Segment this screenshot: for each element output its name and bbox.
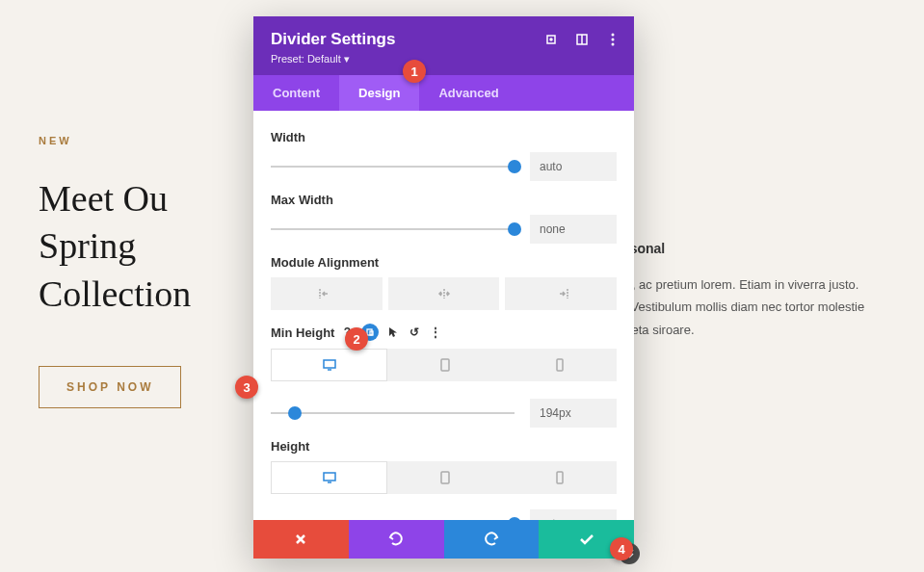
device-phone-tab[interactable]	[502, 349, 617, 381]
slider-thumb[interactable]	[508, 222, 521, 236]
minheight-device-tabs	[271, 349, 617, 381]
maxwidth-input[interactable]	[530, 215, 617, 244]
modal-footer	[253, 520, 634, 559]
width-slider-row	[271, 152, 617, 181]
svg-rect-12	[324, 360, 335, 368]
redo-button[interactable]	[444, 520, 540, 559]
device-phone-tab[interactable]	[502, 461, 617, 494]
kebab-menu-icon[interactable]	[605, 32, 620, 47]
minheight-slider-row	[271, 399, 617, 428]
slider-thumb[interactable]	[508, 160, 521, 173]
minheight-slider[interactable]	[271, 412, 515, 414]
slider-thumb[interactable]	[288, 406, 302, 420]
height-label: Height	[271, 439, 617, 454]
tab-advanced[interactable]: Advanced	[419, 75, 517, 111]
preset-dropdown[interactable]: Preset: Default ▾	[271, 53, 617, 65]
alignment-row	[271, 277, 617, 310]
callout-2: 2	[345, 327, 368, 351]
width-label: Width	[271, 130, 617, 144]
minheight-input[interactable]	[530, 399, 617, 428]
height-device-tabs	[271, 461, 617, 494]
svg-point-6	[612, 43, 615, 46]
callout-1: 1	[403, 60, 426, 83]
maxwidth-slider[interactable]	[271, 228, 515, 230]
svg-rect-19	[557, 472, 563, 483]
svg-point-5	[612, 39, 615, 41]
modal-body[interactable]: Width Max Width Module Alignment Min Hei…	[253, 111, 634, 520]
svg-rect-16	[324, 473, 335, 481]
device-desktop-tab[interactable]	[271, 461, 387, 494]
align-right-button[interactable]	[505, 277, 617, 310]
maxwidth-slider-row	[271, 215, 617, 244]
hover-icon[interactable]	[386, 325, 400, 339]
new-label: NEW	[39, 135, 270, 146]
more-icon[interactable]: ⋮	[429, 325, 442, 339]
width-slider[interactable]	[271, 166, 515, 168]
svg-point-4	[612, 34, 615, 37]
headline-line: Collection	[39, 273, 191, 314]
shop-now-button[interactable]: SHOP NOW	[39, 366, 181, 408]
headline-line: Spring	[39, 225, 136, 266]
align-center-button[interactable]	[388, 277, 500, 310]
minheight-label: Min Height	[271, 325, 334, 340]
width-input[interactable]	[530, 152, 617, 181]
svg-rect-18	[441, 472, 449, 483]
reset-icon[interactable]: ↺	[408, 325, 421, 339]
modal-header[interactable]: Divider Settings Preset: Default ▾	[253, 16, 634, 75]
hero-left-column: NEW Meet Ou Spring Collection SHOP NOW	[39, 39, 270, 533]
headline-line: Meet Ou	[39, 178, 168, 219]
callout-4: 4	[610, 537, 633, 560]
align-left-button[interactable]	[271, 277, 383, 310]
height-input[interactable]	[530, 509, 617, 520]
cancel-button[interactable]	[253, 520, 349, 559]
tab-content[interactable]: Content	[253, 75, 339, 111]
svg-rect-14	[441, 359, 449, 371]
expand-icon[interactable]	[543, 32, 559, 47]
svg-point-1	[550, 39, 552, 40]
height-slider-row	[271, 509, 617, 520]
device-tablet-tab[interactable]	[387, 349, 502, 381]
modal-tabs: Content Design Advanced	[253, 75, 634, 111]
device-tablet-tab[interactable]	[387, 461, 502, 494]
divider-settings-modal: Divider Settings Preset: Default ▾ Conte…	[253, 16, 634, 559]
maxwidth-label: Max Width	[271, 193, 617, 207]
hero-headline: Meet Ou Spring Collection	[39, 175, 270, 318]
alignment-label: Module Alignment	[271, 255, 617, 270]
columns-icon[interactable]	[574, 32, 590, 47]
minheight-label-row: Min Height ? ↺ ⋮	[271, 324, 617, 341]
svg-rect-15	[557, 359, 563, 371]
undo-button[interactable]	[349, 520, 444, 559]
slider-thumb[interactable]	[508, 517, 521, 520]
device-desktop-tab[interactable]	[271, 349, 387, 381]
header-icon-row	[543, 32, 620, 47]
callout-3: 3	[235, 376, 258, 399]
